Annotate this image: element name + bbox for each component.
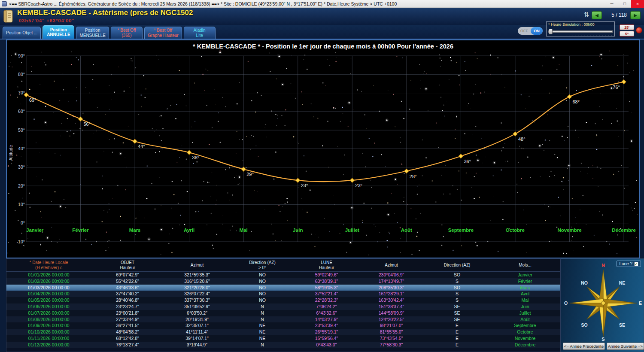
header-text: Hauteur [319, 265, 334, 270]
table-cell: 208°35'30.3" [358, 285, 424, 291]
toggle-off-label: OFF [518, 29, 531, 33]
table-cell: 59°02'49.6" [295, 272, 358, 278]
table-cell: 01/09/2026 00:00:00 [6, 322, 91, 329]
table-cell: Janvier [490, 272, 560, 278]
table-cell: 161°28'29.1" [358, 291, 424, 297]
slider-track[interactable] [548, 30, 613, 33]
table-cell: NO [230, 297, 295, 303]
tab-label: (365) [122, 33, 131, 38]
step-15min-button[interactable]: 15' [620, 24, 634, 30]
month-label: Décembre [612, 228, 636, 233]
month-label: Août [401, 228, 412, 233]
altitude-curve [26, 82, 624, 182]
tab-position-annuelle[interactable]: Position ANNUELLE [43, 25, 74, 39]
data-point-marker[interactable] [241, 167, 246, 171]
minimize-button[interactable]: ─ [605, 0, 618, 8]
tab-position-mensuelle[interactable]: Position MENSUELLE [76, 27, 109, 39]
tab-aladin-lite[interactable]: Aladin Lite [184, 27, 216, 39]
point-label: 56° [84, 121, 91, 127]
simulation-time-slider[interactable] [548, 29, 613, 35]
table-row[interactable]: 01/10/2026 00:00:0048°04'58.2"41°11'11.4… [6, 329, 560, 335]
month-label: Juin [293, 228, 303, 233]
data-point-marker[interactable] [133, 139, 137, 143]
table-cell: 01/11/2026 00:00:00 [6, 335, 91, 342]
data-point-marker[interactable] [296, 178, 300, 182]
table-row[interactable]: 01/03/2026 00:00:0043°46'33.6"321°20'28.… [6, 285, 560, 291]
point-label: 44° [138, 144, 145, 149]
compass-direction-label: O [564, 300, 568, 306]
y-tick-label: 90° [18, 53, 25, 58]
table-cell: E [424, 329, 490, 335]
table-cell: 7°06'24.2" [295, 303, 358, 310]
table-row[interactable]: 01/04/2026 00:00:0037°47'40.2"326°07'22.… [6, 291, 560, 297]
table-cell: Mars [490, 285, 560, 291]
record-indicator[interactable] [636, 27, 642, 33]
compass-direction-label: NO [581, 280, 588, 285]
table-cell: E [424, 342, 490, 348]
table-cell: 98°21'07.0" [358, 322, 424, 329]
data-point-marker[interactable] [622, 80, 626, 84]
table-row[interactable]: 01/05/2026 00:00:0028°40'46.8"337°37'30.… [6, 297, 560, 303]
table-cell: 76°13'27.4" [91, 342, 164, 348]
table-cell: N [230, 316, 295, 323]
table-row[interactable]: 01/06/2026 00:00:0023°23'24.7"351°39'52.… [6, 303, 560, 310]
off-on-toggle[interactable]: OFF ON [518, 27, 543, 35]
close-button[interactable]: × [631, 0, 644, 8]
header-text: Hauteur [120, 265, 135, 270]
object-coordinates: 03h57'04" +63°04'00" [19, 18, 75, 23]
tab-label: Graphe Hauteur [148, 33, 179, 38]
next-object-button[interactable]: ▶ [630, 11, 641, 19]
table-row[interactable]: 01/02/2026 00:00:0055°42'22.6"316°15'20.… [6, 278, 560, 285]
data-point-marker[interactable] [78, 117, 82, 121]
table-cell: 174°13'49.7" [358, 278, 424, 285]
table-cell: 81°55'55.0" [358, 329, 424, 335]
data-point-marker[interactable] [513, 132, 517, 136]
table-row[interactable]: 01/07/2026 00:00:0023°00'21.8"6°03'50.2"… [6, 310, 560, 316]
table-cell: 144°58'09.9" [358, 310, 424, 316]
table-cell: 23°53'39.4" [295, 322, 358, 329]
year-navigation: <= Année Précédente Année Suivante => [563, 343, 642, 350]
data-point-marker[interactable] [567, 94, 571, 99]
slider-ticks [548, 35, 613, 36]
point-label: 48° [518, 137, 526, 142]
table-cell: Juin [490, 303, 560, 310]
table-cell: NE [230, 322, 295, 329]
step-5deg-button[interactable]: 5° [620, 31, 634, 36]
point-label: 28° [410, 174, 417, 179]
data-point-marker[interactable] [187, 150, 191, 155]
table-cell: 48°04'58.2" [91, 329, 164, 335]
previous-object-button[interactable]: ◀ [592, 11, 602, 19]
table-row[interactable]: 01/09/2026 00:00:0036°27'41.5"32°35'07.1… [6, 322, 560, 329]
data-point-marker[interactable] [404, 169, 409, 173]
header-lune-hauteur: LUNE Hauteur [295, 259, 358, 271]
data-point-marker[interactable] [350, 178, 354, 182]
tab-best-off-365[interactable]: * Best Off (365) [111, 27, 143, 39]
table-cell: Mai [490, 297, 560, 303]
compass-direction-label: SO [581, 322, 587, 328]
table-row[interactable]: 01/01/2026 00:00:0069°07'42.9"321°59'35.… [6, 272, 560, 278]
table-row[interactable]: 01/08/2026 00:00:0027°33'44.9"20°19'31.9… [6, 316, 560, 323]
tab-position-objet[interactable]: Position Objet ... [3, 27, 41, 39]
data-point-marker[interactable] [459, 154, 463, 158]
previous-year-button[interactable]: <= Année Précédente [563, 343, 605, 350]
table-cell: 69°07'42.9" [91, 272, 164, 278]
swap-arrows-icon[interactable]: ⇅ [583, 11, 589, 18]
slider-thumb[interactable] [549, 29, 553, 34]
month-label: Février [72, 228, 89, 233]
y-tick-label: 60° [18, 109, 25, 114]
table-cell: Octobre [490, 329, 560, 335]
y-tick-label: 30° [18, 164, 25, 170]
tab-label: MENSUELLE [79, 33, 106, 38]
table-cell: 6°43'32.6" [295, 310, 358, 316]
next-year-button[interactable]: Année Suivante => [607, 343, 644, 350]
compass-direction-label: N [601, 263, 605, 268]
tab-best-off-graphe[interactable]: * Best Off Graphe Hauteur [144, 27, 182, 39]
table-cell: 32°35'07.1" [164, 322, 230, 329]
table-cell: 23°00'21.8" [91, 310, 164, 316]
table-row[interactable]: 01/12/2026 00:00:0076°13'27.4"3°19'44.9"… [6, 342, 560, 348]
table-row[interactable]: 01/11/2026 00:00:0068°12'42.8"39°14'07.1… [6, 335, 560, 342]
maximize-button[interactable]: □ [618, 0, 631, 8]
table-cell: 01/02/2026 00:00:00 [6, 278, 91, 285]
table-cell: Septembre [490, 322, 560, 329]
table-cell: 230°04'06.9" [358, 272, 424, 278]
